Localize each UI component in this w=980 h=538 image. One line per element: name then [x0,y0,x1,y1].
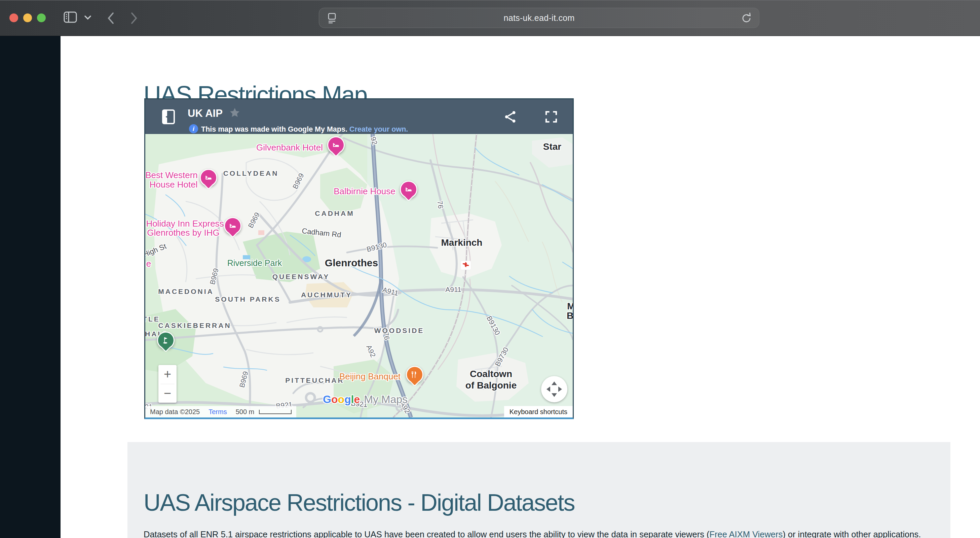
made-with-text: This map was made with Google My Maps. [201,125,347,133]
sidebar-toggle-icon[interactable] [63,11,77,25]
map-label: of Balgonie [465,380,517,391]
balbirnie-house-pin[interactable] [400,181,417,198]
map-label: WOODSIDE [374,327,425,335]
keyboard-shortcuts-button[interactable]: Keyboard shortcuts [504,406,573,417]
map-label: Gilvenbank Hotel [256,142,323,153]
google-logo-letters: Google [323,393,360,405]
scale-bar [259,410,291,414]
fullscreen-icon[interactable] [545,110,558,125]
google-logo-letter: g [344,393,351,405]
map-label: Beijing Banquet [339,371,401,382]
browser-toolbar: nats-uk.ead-it.com [0,0,980,36]
my-maps-watermark: My Maps [364,393,407,405]
map-label: MACEDONIA [158,287,214,295]
map-data-text: Map data ©2025 [150,408,200,416]
zoom-window-button[interactable] [37,13,46,22]
map-label: CASKIEBERRAN [158,321,231,330]
map-attribution-bar: Map data ©2025 Terms 500 m [145,406,296,417]
url-bar[interactable]: nats-uk.ead-it.com [319,8,759,28]
map-zoom-control: + − [158,365,177,403]
map-label: QUEENSWAY [272,273,330,281]
map-title: UK AIP [188,107,223,120]
reload-icon[interactable] [741,12,752,26]
zoom-out-button[interactable]: − [158,384,177,403]
railway-station-icon [461,261,471,270]
map-pan-control[interactable] [541,376,567,402]
terms-link[interactable]: Terms [208,408,227,416]
google-logo-letter: o [338,393,344,405]
best-western-hotel-pin[interactable] [200,169,217,187]
map-label: Riverside Park [228,258,282,268]
chevron-down-icon[interactable] [84,15,91,21]
back-button[interactable] [106,11,115,26]
map-label: Balbirnie House [334,186,396,196]
star-icon[interactable] [229,107,241,120]
map-label: Glenrothes by IHG [147,228,219,238]
map-label: CADHAM [315,209,354,217]
beijing-banquet-pin[interactable] [406,366,423,383]
create-your-own-link[interactable]: Create your own. [349,125,408,133]
gilvenbank-hotel-pin[interactable] [327,136,345,154]
map-label: Markinch [441,237,483,248]
map-label: SOUTH PARKS [215,295,280,303]
map-attribution-text: This map was made with Google My Maps. C… [201,125,408,134]
map-label: House Hotel [149,179,197,190]
section-paragraph-1: Datasets of all ENR 5.1 airspace restric… [143,527,944,538]
google-logo-letter: e [354,393,360,405]
map-label: e [146,259,151,269]
google-logo[interactable]: Google My Maps [323,393,407,405]
open-in-my-maps-icon[interactable] [160,108,177,127]
google-logo-letter: o [331,393,338,405]
page-left-dark-strip [0,36,60,538]
map-embed[interactable]: UK AIP i This map was made with Google M… [144,98,574,419]
forward-button[interactable] [130,11,138,26]
paragraph-text: Datasets of all ENR 5.1 airspace restric… [143,530,709,538]
url-text: nats-uk.ead-it.com [503,13,574,23]
map-label: B [567,310,573,321]
map-header: UK AIP i This map was made with Google M… [145,99,573,134]
zoom-in-button[interactable]: + [158,365,177,384]
map-label: A911 [445,286,461,294]
map-label: 76 [436,200,445,209]
page-format-icon[interactable] [326,13,337,25]
page-content: UAS Restrictions Map An interactive map … [60,36,980,538]
scale-text: 500 m [236,408,255,416]
datasets-section: UAS Airspace Restrictions - Digital Data… [127,442,950,538]
map-canvas[interactable]: + − Map data ©2025 Terms 500 m [145,134,573,417]
close-window-button[interactable] [10,13,18,22]
map-label: Coaltown [470,369,512,380]
map-label: PITTEUCHAR [285,377,344,385]
minimize-window-button[interactable] [23,13,32,22]
golf-course-pin[interactable] [157,332,175,349]
google-logo-letter: G [323,393,331,405]
map-label: Glenrothes [325,257,378,269]
info-icon[interactable]: i [189,124,198,133]
map-label: AUCHMUTY [301,291,352,299]
map-label: Star [543,141,561,152]
map-label: COLLYDEAN [223,169,279,177]
map-label: Best Western [145,170,198,180]
holiday-inn-pin[interactable] [224,217,242,235]
map-label: TLE [145,315,160,323]
share-icon[interactable] [504,110,517,125]
paragraph-text: ) or integrate with other applications. [783,530,921,538]
section-heading: UAS Airspace Restrictions - Digital Data… [143,489,574,516]
free-aixm-viewers-link[interactable]: Free AIXM Viewers [709,530,783,538]
